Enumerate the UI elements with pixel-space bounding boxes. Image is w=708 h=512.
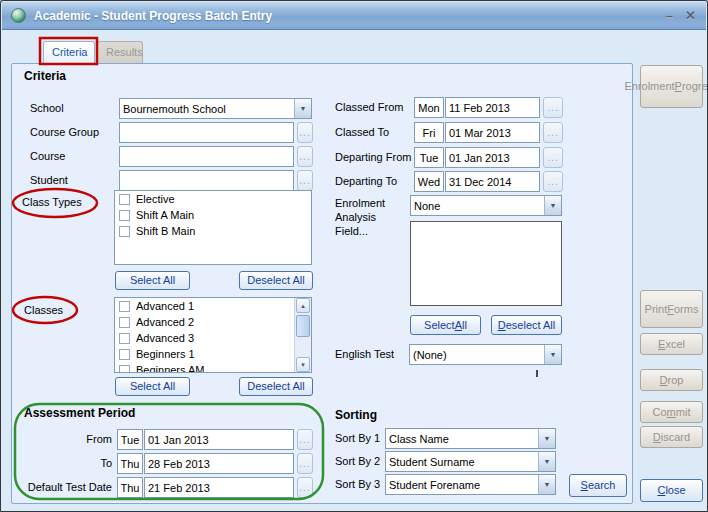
- classes-list[interactable]: Advanced 1 Advanced 2 Advanced 3 Beginne…: [114, 297, 312, 373]
- sort-by-2-value: Student Surname: [386, 456, 538, 468]
- sort-by-1-label: Sort By 1: [335, 432, 380, 444]
- discard-button: Discard: [640, 426, 703, 448]
- app-window: Academic - Student Progress Batch Entry …: [0, 0, 708, 512]
- scrollbar-thumb[interactable]: [296, 315, 310, 337]
- list-item[interactable]: Shift A Main: [115, 207, 311, 223]
- default-test-date-label: Default Test Date: [12, 481, 112, 493]
- checkbox-icon[interactable]: [119, 194, 130, 205]
- course-group-input[interactable]: [119, 122, 294, 143]
- sort-by-1-dropdown[interactable]: Class Name ▼: [385, 428, 556, 449]
- school-value: Bournemouth School: [120, 103, 294, 115]
- classes-scrollbar[interactable]: ▲ ▼: [294, 298, 311, 372]
- sort-by-1-value: Class Name: [386, 433, 538, 445]
- classed-to-label: Classed To: [335, 126, 389, 138]
- checkbox-icon[interactable]: [119, 365, 130, 374]
- english-test-dropdown[interactable]: (None) ▼: [409, 344, 562, 365]
- from-date-field[interactable]: 01 Jan 2013: [144, 429, 294, 450]
- sort-by-3-value: Student Forename: [386, 479, 538, 491]
- departing-from-date-field[interactable]: 01 Jan 2013: [445, 147, 540, 168]
- search-button[interactable]: Search: [569, 474, 627, 497]
- app-globe-icon: [11, 8, 26, 23]
- assessment-period-header: Assessment Period: [24, 406, 135, 420]
- checkbox-icon[interactable]: [119, 317, 130, 328]
- student-input[interactable]: [119, 170, 294, 191]
- departing-from-browse-button[interactable]: ...: [543, 147, 563, 168]
- classed-from-date-field[interactable]: 11 Feb 2013: [445, 97, 540, 118]
- enrolment-deselect-all-button[interactable]: Deselect All: [491, 315, 562, 335]
- list-item[interactable]: Advanced 2: [115, 314, 311, 330]
- tab-results: Results: [97, 41, 143, 64]
- chevron-down-icon[interactable]: ▼: [544, 345, 561, 364]
- classed-to-day-field: Fri: [414, 122, 444, 143]
- excel-button: Excel: [640, 333, 703, 355]
- student-browse-button[interactable]: ...: [297, 170, 313, 191]
- list-item[interactable]: Shift B Main: [115, 223, 311, 239]
- title-bar: Academic - Student Progress Batch Entry …: [2, 2, 706, 30]
- close-button[interactable]: Close: [640, 479, 703, 502]
- departing-to-label: Departing To: [335, 175, 397, 187]
- classed-from-browse-button[interactable]: ...: [543, 97, 563, 118]
- default-test-date-field[interactable]: 21 Feb 2013: [144, 477, 294, 498]
- course-label: Course: [30, 150, 65, 162]
- course-group-browse-button[interactable]: ...: [297, 122, 313, 143]
- sort-by-3-label: Sort By 3: [335, 478, 380, 490]
- scroll-down-icon[interactable]: ▼: [296, 357, 310, 372]
- checkbox-icon[interactable]: [119, 301, 130, 312]
- sort-by-2-dropdown[interactable]: Student Surname ▼: [385, 451, 556, 472]
- list-item[interactable]: Advanced 1: [115, 298, 311, 314]
- criteria-panel: Criteria School Bournemouth School ▼ Cou…: [11, 63, 633, 504]
- chevron-down-icon[interactable]: ▼: [538, 452, 555, 471]
- default-test-date-browse-button[interactable]: ...: [297, 477, 313, 498]
- classed-to-browse-button[interactable]: ...: [543, 122, 563, 143]
- to-date-browse-button[interactable]: ...: [297, 453, 313, 474]
- classes-deselect-all-button[interactable]: Deselect All: [239, 377, 313, 396]
- scroll-up-icon[interactable]: ▲: [296, 298, 310, 313]
- student-label: Student: [30, 174, 68, 186]
- chevron-down-icon[interactable]: ▼: [538, 475, 555, 494]
- checkbox-icon[interactable]: [119, 349, 130, 360]
- checkbox-icon[interactable]: [119, 333, 130, 344]
- chevron-down-icon[interactable]: ▼: [544, 196, 561, 215]
- from-label: From: [12, 433, 112, 445]
- classed-to-date-field[interactable]: 01 Mar 2013: [445, 122, 540, 143]
- window-title: Academic - Student Progress Batch Entry: [34, 9, 272, 23]
- checkbox-icon[interactable]: [119, 226, 130, 237]
- chevron-down-icon[interactable]: ▼: [294, 99, 311, 118]
- classed-from-label: Classed From: [335, 101, 403, 113]
- course-input[interactable]: [119, 146, 294, 167]
- from-date-browse-button[interactable]: ...: [297, 429, 313, 450]
- course-browse-button[interactable]: ...: [297, 146, 313, 167]
- stray-mark: [536, 370, 538, 377]
- commit-button: Commit: [640, 401, 703, 423]
- enrolment-analysis-dropdown[interactable]: None ▼: [410, 195, 562, 216]
- course-group-label: Course Group: [30, 126, 99, 138]
- sort-by-3-dropdown[interactable]: Student Forename ▼: [385, 474, 556, 495]
- departing-to-browse-button[interactable]: ...: [543, 171, 563, 192]
- english-test-label: English Test: [335, 348, 394, 360]
- list-item[interactable]: Beginners AM: [115, 362, 311, 373]
- school-dropdown[interactable]: Bournemouth School ▼: [119, 98, 312, 119]
- list-item[interactable]: Elective: [115, 191, 311, 207]
- enrolment-progress-button: Enrolment Progress: [640, 65, 703, 108]
- tab-criteria[interactable]: Criteria: [43, 41, 95, 64]
- english-test-value: (None): [410, 349, 544, 361]
- list-item[interactable]: Beginners 1: [115, 346, 311, 362]
- enrolment-analysis-list[interactable]: [410, 221, 562, 306]
- departing-to-date-field[interactable]: 31 Dec 2014: [445, 171, 540, 192]
- class-types-select-all-button[interactable]: Select All: [115, 271, 190, 290]
- class-types-list[interactable]: Elective Shift A Main Shift B Main: [114, 190, 312, 265]
- close-icon[interactable]: ✕: [685, 8, 696, 24]
- checkbox-icon[interactable]: [119, 210, 130, 221]
- from-day-field: Tue: [117, 429, 143, 450]
- class-types-label: Class Types: [22, 196, 82, 208]
- enrolment-select-all-button[interactable]: Select All: [410, 315, 481, 335]
- list-item[interactable]: Advanced 3: [115, 330, 311, 346]
- chevron-down-icon[interactable]: ▼: [538, 429, 555, 448]
- enrolment-analysis-value: None: [411, 200, 544, 212]
- to-label: To: [12, 457, 112, 469]
- classes-select-all-button[interactable]: Select All: [115, 377, 190, 396]
- class-types-deselect-all-button[interactable]: Deselect All: [239, 271, 313, 290]
- default-test-date-day-field: Thu: [117, 477, 143, 498]
- minimize-icon[interactable]: –: [666, 8, 673, 24]
- to-date-field[interactable]: 28 Feb 2013: [144, 453, 294, 474]
